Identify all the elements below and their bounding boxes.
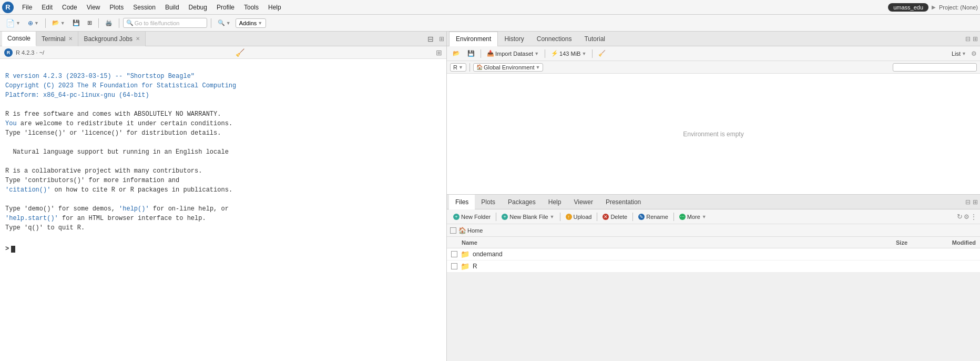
new-folder-button[interactable]: + New Folder bbox=[450, 213, 494, 221]
files-table: Name Size Modified 📁 ondemand 📁 R bbox=[447, 237, 980, 273]
menu-view[interactable]: View bbox=[83, 3, 105, 12]
files-toolbar-sep-4 bbox=[632, 213, 633, 221]
menu-tools[interactable]: Tools bbox=[240, 3, 263, 12]
tab-history[interactable]: History bbox=[498, 32, 530, 46]
r-language-button[interactable]: R ▼ bbox=[450, 63, 466, 72]
list-view-chevron-icon[interactable]: ▼ bbox=[962, 51, 966, 56]
menu-build[interactable]: Build bbox=[161, 3, 183, 12]
env-panel-minimize-icon[interactable]: ⊟ bbox=[965, 35, 971, 43]
console-startup-text: R version 4.2.3 (2023-03-15) -- "Shortst… bbox=[5, 62, 441, 242]
go-to-file-button[interactable]: 🔍 Go to file/function bbox=[123, 18, 207, 28]
new-file-chevron-icon[interactable]: ▼ bbox=[16, 21, 21, 26]
files-col-size[interactable]: Size bbox=[855, 239, 907, 246]
select-all-checkbox[interactable] bbox=[450, 227, 456, 234]
upload-button[interactable]: ↑ Upload bbox=[563, 213, 595, 221]
r-language-chevron-icon[interactable]: ▼ bbox=[458, 65, 463, 70]
clear-console-button[interactable]: 🧹 bbox=[596, 49, 608, 58]
files-col-name[interactable]: Name bbox=[462, 239, 855, 246]
files-panel-expand-icon[interactable]: ⊞ bbox=[973, 198, 978, 206]
global-env-button[interactable]: 🏠 Global Environment ▼ bbox=[473, 63, 544, 72]
row-name-ondemand: ondemand bbox=[473, 250, 849, 258]
env-panel-expand-icon[interactable]: ⊞ bbox=[973, 35, 978, 43]
files-refresh-icon[interactable]: ↻ bbox=[957, 213, 963, 220]
files-row[interactable]: 📁 ondemand bbox=[447, 248, 980, 260]
menu-edit[interactable]: Edit bbox=[37, 3, 57, 12]
project-badge[interactable]: Project: (None) bbox=[939, 4, 978, 11]
tab-connections[interactable]: Connections bbox=[530, 32, 578, 46]
tab-environment[interactable]: Environment bbox=[449, 32, 498, 46]
rename-icon: ✎ bbox=[638, 214, 645, 220]
left-panel-minimize-icon[interactable]: ⊟ bbox=[424, 35, 437, 43]
tab-presentation[interactable]: Presentation bbox=[599, 195, 647, 209]
console-area[interactable]: R version 4.2.3 (2023-03-15) -- "Shortst… bbox=[0, 59, 446, 361]
import-dataset-button[interactable]: 📥 Import Dataset ▼ bbox=[484, 49, 542, 58]
more-chevron-icon[interactable]: ▼ bbox=[702, 214, 707, 219]
addins-button[interactable]: Addins ▼ bbox=[236, 18, 267, 28]
save-all-button[interactable]: ⊞ bbox=[85, 18, 95, 27]
memory-chevron-icon[interactable]: ▼ bbox=[581, 51, 586, 56]
row-checkbox-ondemand[interactable] bbox=[451, 251, 457, 257]
tab-background-jobs[interactable]: Background Jobs ✕ bbox=[78, 32, 146, 46]
files-settings-icon[interactable]: ⚙ bbox=[964, 213, 969, 220]
console-clear-icon[interactable]: 🧹 bbox=[236, 48, 244, 57]
tab-console[interactable]: Console bbox=[2, 32, 36, 46]
delete-button[interactable]: ✕ Delete bbox=[599, 213, 630, 221]
tab-tutorial[interactable]: Tutorial bbox=[578, 32, 611, 46]
print-button[interactable]: 🖨️ bbox=[103, 18, 115, 27]
home-button[interactable]: 🏠 Home bbox=[458, 227, 483, 234]
menu-code[interactable]: Code bbox=[58, 3, 81, 12]
save-workspace-button[interactable]: 💾 bbox=[465, 49, 477, 58]
menu-session[interactable]: Session bbox=[129, 3, 160, 12]
new-blank-file-button[interactable]: + New Blank File ▼ bbox=[498, 213, 557, 221]
open-file-chevron-icon[interactable]: ▼ bbox=[60, 21, 65, 26]
files-panel-minimize-icon[interactable]: ⊟ bbox=[965, 198, 971, 206]
tab-background-jobs-close-icon[interactable]: ✕ bbox=[136, 36, 140, 42]
left-panel-expand-icon[interactable]: ⊞ bbox=[437, 35, 446, 43]
upload-label: Upload bbox=[574, 214, 592, 220]
tab-plots[interactable]: Plots bbox=[475, 195, 502, 209]
console-cursor bbox=[11, 246, 15, 253]
row-checkbox-r[interactable] bbox=[451, 263, 457, 269]
save-button[interactable]: 💾 bbox=[70, 18, 83, 27]
menu-plots[interactable]: Plots bbox=[106, 3, 128, 12]
home-icon: 🏠 bbox=[458, 227, 466, 234]
new-file-icon: 📄 bbox=[6, 19, 15, 27]
new-blank-file-chevron-icon[interactable]: ▼ bbox=[550, 214, 555, 219]
folder-icon-ondemand: 📁 bbox=[461, 250, 469, 258]
open-file-button[interactable]: 📂 ▼ bbox=[49, 18, 68, 27]
menu-debug[interactable]: Debug bbox=[185, 3, 211, 12]
files-col-modified[interactable]: Modified bbox=[907, 239, 976, 246]
tab-help[interactable]: Help bbox=[542, 195, 568, 209]
zoom-chevron-icon[interactable]: ▼ bbox=[226, 21, 231, 26]
menu-help[interactable]: Help bbox=[264, 3, 285, 12]
files-more-icon[interactable]: ⋮ bbox=[971, 213, 977, 220]
menu-file[interactable]: File bbox=[18, 3, 36, 12]
user-badge[interactable]: umass_edu bbox=[888, 3, 928, 12]
delete-icon: ✕ bbox=[603, 214, 609, 220]
env-tab-bar: Environment History Connections Tutorial… bbox=[447, 32, 980, 46]
env-search-input[interactable] bbox=[893, 63, 977, 72]
toolbar-separator-1 bbox=[45, 18, 46, 28]
load-workspace-button[interactable]: 📂 bbox=[450, 49, 463, 58]
global-env-chevron-icon[interactable]: ▼ bbox=[535, 65, 540, 70]
new-script-chevron-icon[interactable]: ▼ bbox=[34, 21, 39, 26]
tab-terminal[interactable]: Terminal ✕ bbox=[36, 32, 78, 46]
files-row[interactable]: 📁 R bbox=[447, 260, 980, 273]
list-view-button[interactable]: List ▼ bbox=[949, 49, 969, 58]
rename-button[interactable]: ✎ Rename bbox=[635, 213, 671, 221]
tab-viewer[interactable]: Viewer bbox=[567, 195, 599, 209]
addins-chevron-icon: ▼ bbox=[258, 21, 262, 26]
files-toolbar-sep-3 bbox=[597, 213, 597, 221]
tab-terminal-close-icon[interactable]: ✕ bbox=[68, 36, 73, 42]
console-expand-icon[interactable]: ⊞ bbox=[436, 48, 442, 57]
menu-profile[interactable]: Profile bbox=[212, 3, 239, 12]
tab-files[interactable]: Files bbox=[449, 195, 475, 209]
zoom-button[interactable]: 🔍 ▼ bbox=[215, 18, 233, 27]
new-script-button[interactable]: ⊕ ▼ bbox=[25, 18, 42, 28]
new-file-button[interactable]: 📄 ▼ bbox=[3, 18, 23, 28]
import-dataset-chevron-icon[interactable]: ▼ bbox=[534, 51, 539, 56]
new-script-icon: ⊕ bbox=[28, 19, 33, 27]
env-settings-icon[interactable]: ⚙ bbox=[971, 50, 977, 57]
more-button[interactable]: ⋯ More ▼ bbox=[676, 213, 710, 221]
tab-packages[interactable]: Packages bbox=[502, 195, 542, 209]
